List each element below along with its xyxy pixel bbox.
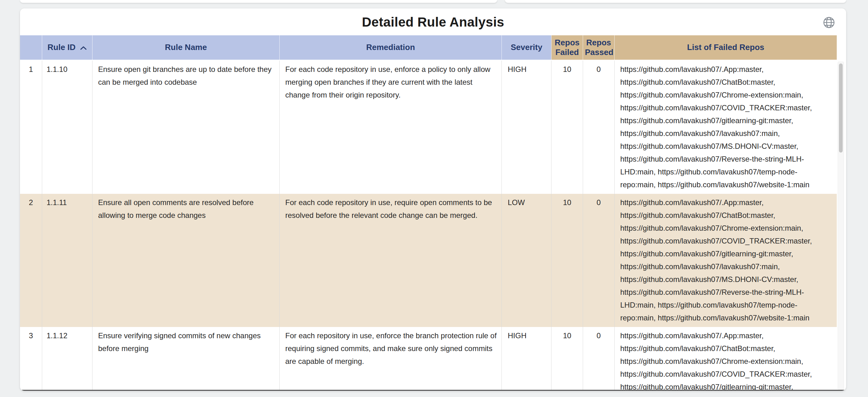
rule-name-cell: Ensure open git branches are up to date … [92, 61, 280, 194]
failed-repos-cell: https://github.com/lavakush07/.App:maste… [615, 61, 837, 194]
severity-cell: HIGH [502, 61, 552, 194]
table-row: 3 1.1.12 Ensure verifying signed commits… [20, 327, 837, 390]
repos-passed-cell: 0 [583, 61, 615, 194]
remediation-cell: For each code repository in use, enforce… [280, 61, 502, 194]
header-repos-failed[interactable]: Repos Failed [552, 35, 583, 61]
table-header-row: Rule ID Rule Name Remediation Severity R… [20, 35, 837, 61]
page-title: Detailed Rule Analysis [20, 8, 846, 30]
rule-name-cell: Ensure verifying signed commits of new c… [92, 327, 280, 390]
card-above-left-edge [20, 0, 497, 3]
rule-name-cell: Ensure all open comments are resolved be… [92, 194, 280, 327]
header-failed-repos[interactable]: List of Failed Repos [615, 35, 837, 61]
table-row: 1 1.1.10 Ensure open git branches are up… [20, 61, 837, 194]
rule-id-cell: 1.1.11 [42, 194, 92, 327]
severity-cell: HIGH [502, 327, 552, 390]
remediation-cell: For each repository in use, enforce the … [280, 327, 502, 390]
failed-repos-cell: https://github.com/lavakush07/.App:maste… [615, 327, 837, 390]
table-bottom-border [20, 390, 846, 391]
sort-ascending-icon [80, 46, 87, 50]
header-remediation[interactable]: Remediation [280, 35, 502, 61]
rule-id-cell: 1.1.12 [42, 327, 92, 390]
table-row: 2 1.1.11 Ensure all open comments are re… [20, 194, 837, 327]
header-rule-name[interactable]: Rule Name [92, 35, 280, 61]
header-severity[interactable]: Severity [502, 35, 552, 61]
row-number-cell: 1 [20, 61, 42, 194]
failed-repos-cell: https://github.com/lavakush07/.App:maste… [615, 194, 837, 327]
repos-passed-cell: 0 [583, 327, 615, 390]
row-number-cell: 3 [20, 327, 42, 390]
repos-failed-cell: 10 [552, 194, 583, 327]
vertical-scrollbar[interactable] [838, 62, 844, 390]
detailed-rule-analysis-card: Detailed Rule Analysis [20, 8, 846, 391]
severity-cell: LOW [502, 194, 552, 327]
repos-failed-cell: 10 [552, 61, 583, 194]
rule-analysis-table: Rule ID Rule Name Remediation Severity R… [20, 35, 837, 390]
row-number-cell: 2 [20, 194, 42, 327]
scrollbar-thumb[interactable] [839, 63, 843, 153]
header-row-number [20, 35, 42, 61]
repos-failed-cell: 10 [552, 327, 583, 390]
remediation-cell: For each code repository in use, require… [280, 194, 502, 327]
header-repos-passed[interactable]: Repos Passed [583, 35, 615, 61]
header-rule-id-label: Rule ID [48, 42, 75, 52]
rule-id-cell: 1.1.10 [42, 61, 92, 194]
card-above-right-edge [505, 0, 846, 3]
repos-passed-cell: 0 [583, 194, 615, 327]
globe-icon[interactable] [823, 16, 836, 29]
header-rule-id[interactable]: Rule ID [42, 35, 92, 61]
